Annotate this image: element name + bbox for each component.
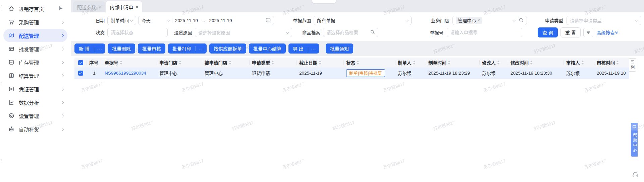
sort-icon[interactable] xyxy=(616,61,619,65)
split-by-supplier-button[interactable]: 按供应商拆单 xyxy=(209,43,246,54)
chevron-right-icon xyxy=(61,87,64,91)
date-from-value[interactable]: 2025-11-19 xyxy=(175,18,198,23)
select-all-checkbox[interactable] xyxy=(78,60,83,65)
query-button[interactable]: 查 询 xyxy=(538,27,558,37)
sort-icon[interactable] xyxy=(413,61,416,65)
batch-delete-button[interactable]: 批量删除 xyxy=(108,43,135,54)
more-icon[interactable]: ··· xyxy=(196,46,207,51)
cell-audit-time: 2025-11-19 18 xyxy=(594,68,629,79)
chart-line-icon xyxy=(8,99,15,106)
sidebar-item-wholesale[interactable]: 批发管理 xyxy=(3,42,67,56)
more-icon[interactable]: ··· xyxy=(308,46,319,51)
docno-input[interactable] xyxy=(450,30,519,35)
quick-range-select[interactable]: 今天 xyxy=(142,17,165,24)
sidebar-item-inventory[interactable]: 库存管理 xyxy=(3,56,67,69)
column-header: 单据号 xyxy=(105,59,118,66)
column-header: 申请门店 xyxy=(159,59,177,66)
filter-settings-button[interactable] xyxy=(583,28,593,37)
apply-type-select[interactable]: 请选择申请类型 xyxy=(567,16,641,25)
panel-collapse-handle[interactable] xyxy=(312,0,336,3)
sidebar-item-analytics[interactable]: 数据分析 xyxy=(3,96,67,109)
cell-seq: 1 xyxy=(87,68,102,79)
column-settings-button[interactable]: 列 xyxy=(629,58,636,72)
sort-icon[interactable] xyxy=(497,61,500,65)
divider xyxy=(517,18,517,23)
store-multiselect[interactable]: 管理中心 × xyxy=(452,16,527,25)
sort-icon[interactable] xyxy=(530,61,533,65)
sort-icon[interactable] xyxy=(229,61,231,65)
sort-icon[interactable] xyxy=(120,61,122,65)
date-to-value[interactable]: 2025-11-19 xyxy=(209,18,266,23)
doc-no-link[interactable]: NS99661991290034 xyxy=(105,71,146,76)
collapse-sidebar-icon[interactable] xyxy=(58,6,63,12)
sidebar-item-label: 数据分析 xyxy=(19,99,61,106)
reset-button[interactable]: 重 置 xyxy=(560,27,581,37)
tab-distribution-params[interactable]: 配送参数 × xyxy=(73,1,105,12)
columns-icon xyxy=(631,60,635,64)
tab-label: 内部申请单 xyxy=(110,4,133,10)
search-icon[interactable] xyxy=(370,30,375,35)
status-select[interactable] xyxy=(107,28,168,37)
sidebar-item-distribution[interactable]: 配送管理 xyxy=(3,29,67,42)
close-icon[interactable]: × xyxy=(136,4,138,10)
return-reason-label: 退货原因 xyxy=(173,29,192,36)
tab-internal-apply[interactable]: 内部申请单 × xyxy=(106,1,142,12)
chevron-down-icon xyxy=(513,18,516,22)
date-mode-select[interactable]: 制单时间 xyxy=(107,16,136,25)
sidebar-item-purchase[interactable]: 采购管理 xyxy=(3,15,67,29)
chevron-right-icon xyxy=(61,34,64,37)
filter-row-1: 日期 制单时间 今天 2025-11-19 → 2025-11-19 单据范 xyxy=(76,15,644,25)
column-header: 截止日期 xyxy=(299,59,317,66)
sort-icon[interactable] xyxy=(581,61,584,65)
batch-center-settle-button[interactable]: 批量中心结算 xyxy=(249,43,286,54)
sidebar-item-voucher[interactable]: 凭证管理 xyxy=(3,82,67,96)
batch-notify-button[interactable]: 批量通知 xyxy=(326,43,353,54)
help-center-label[interactable]: 帮助中心 xyxy=(631,130,638,157)
product-select[interactable] xyxy=(323,28,378,37)
batch-print-button[interactable]: 批量打印 ··· xyxy=(168,43,207,54)
feedback-icon[interactable] xyxy=(631,123,638,130)
sort-icon[interactable] xyxy=(448,61,450,65)
chevron-down-icon xyxy=(635,18,639,22)
status-input[interactable] xyxy=(111,30,164,35)
range-arrow-icon: → xyxy=(201,18,206,23)
column-header: 审核人 xyxy=(566,59,580,66)
column-header: 序号 xyxy=(89,59,98,66)
batch-audit-button[interactable]: 批量审核 xyxy=(138,43,165,54)
export-button[interactable]: 导 出 ··· xyxy=(288,43,319,54)
return-reason-select[interactable]: 请选择退货原因 xyxy=(195,28,292,37)
sidebar-item-auto-replenish[interactable]: 自动补货 xyxy=(3,122,67,136)
row-checkbox[interactable] xyxy=(78,71,83,76)
box-minus-icon xyxy=(8,59,15,66)
sort-icon[interactable] xyxy=(357,61,359,65)
docno-field[interactable] xyxy=(447,28,522,37)
more-icon[interactable]: ··· xyxy=(94,46,105,51)
advanced-search-link[interactable]: 高级搜索 xyxy=(597,29,618,36)
map-pin-icon xyxy=(8,32,15,39)
customer-service-icon[interactable] xyxy=(632,171,639,178)
sidebar-item-home[interactable]: 进销存首页 xyxy=(3,2,67,15)
add-button[interactable]: 新 增 ··· xyxy=(74,43,105,54)
filter-lines-icon xyxy=(586,30,591,35)
sort-icon[interactable] xyxy=(179,61,181,65)
scope-label: 单据范围 xyxy=(287,17,311,24)
table-row[interactable]: 1 NS99661991290034 管理中心 管理中心 退货申请 2025-1… xyxy=(74,68,629,79)
cell-apply-type: 退货申请 xyxy=(249,68,297,79)
close-icon[interactable]: × xyxy=(98,4,101,10)
documents-table: 序号 单据号 申请门店 被申请门店 申请类型 截止日期 状态 制单人 制单时间 … xyxy=(74,58,629,79)
remove-tag-icon[interactable]: × xyxy=(478,18,480,23)
help-center-tab[interactable]: 帮助中心 xyxy=(631,123,638,157)
scope-select[interactable]: 所有单据 xyxy=(314,16,412,25)
sort-icon[interactable] xyxy=(319,61,321,65)
search-icon[interactable] xyxy=(519,18,524,23)
sort-icon[interactable] xyxy=(271,61,274,65)
sidebar-item-settlement[interactable]: $ 结算管理 xyxy=(3,69,67,82)
cell-modify-time: 2025-11-19 18:23:30 xyxy=(508,68,564,79)
sidebar-item-settings[interactable]: 设置管理 xyxy=(3,109,67,122)
column-header: 被申请门店 xyxy=(205,59,227,66)
date-range-control[interactable]: 今天 2025-11-19 → 2025-11-19 xyxy=(138,16,274,25)
sidebar-item-label: 设置管理 xyxy=(19,112,61,119)
status-label: 状态 xyxy=(76,29,105,36)
column-header: 修改时间 xyxy=(511,59,529,66)
product-input[interactable] xyxy=(326,30,370,35)
